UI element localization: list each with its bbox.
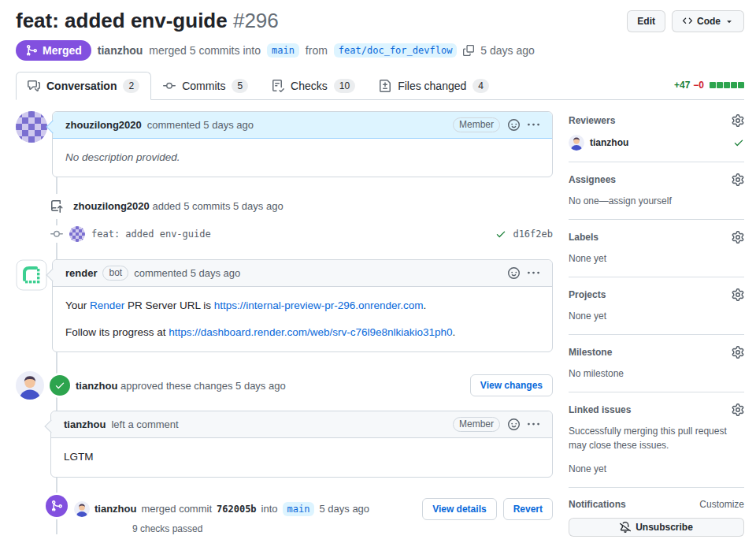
kebab-menu-icon[interactable] xyxy=(528,119,539,131)
comment-header: tianzhou left a comment Member xyxy=(51,411,552,438)
dashboard-url-link[interactable]: https://dashboard.render.com/web/srv-c76… xyxy=(169,326,452,338)
section-heading: Assignees xyxy=(569,174,616,185)
member-badge: Member xyxy=(453,417,500,432)
tab-label: Checks xyxy=(291,78,328,94)
chevron-down-icon xyxy=(724,17,734,26)
tab-commits[interactable]: Commits 5 xyxy=(151,72,260,100)
merged-event: tianzhou merged commit 762005b into main… xyxy=(16,495,553,534)
git-merge-icon xyxy=(46,495,68,517)
pr-number: #296 xyxy=(233,9,279,32)
section-heading: Projects xyxy=(569,289,606,300)
linked-issues-note: Successfully merging this pull request m… xyxy=(569,424,744,452)
pr-sidebar: Reviewers tianzhou Assignees No one—assi… xyxy=(569,111,744,543)
kebab-menu-icon[interactable] xyxy=(528,418,539,430)
checks-passed-icon[interactable] xyxy=(495,229,506,240)
avatar-tianzhou[interactable] xyxy=(16,371,44,400)
unsubscribe-label: Unsubscribe xyxy=(636,522,693,533)
view-details-button[interactable]: View details xyxy=(422,498,496,520)
bot-badge: bot xyxy=(102,266,128,281)
preview-url-link[interactable]: https://internal-preview-pr-296.onrender… xyxy=(214,299,424,311)
comment-author-link[interactable]: tianzhou xyxy=(64,418,106,430)
checklist-icon xyxy=(272,80,284,92)
section-heading: Linked issues xyxy=(569,404,631,415)
bot-paragraph-1: Your Render PR Server URL is https://int… xyxy=(65,298,539,314)
from-word: from xyxy=(306,44,328,57)
tab-label: Commits xyxy=(182,78,225,94)
merge-commit-sha-link[interactable]: 762005b xyxy=(217,504,257,515)
event-meta: added 5 commits 5 days ago xyxy=(152,200,283,212)
comment-meta: commented 5 days ago xyxy=(147,119,254,131)
comment-body: No description provided. xyxy=(53,139,552,177)
copy-branch-icon[interactable] xyxy=(463,45,474,56)
sidebar-section-projects: Projects None yet xyxy=(569,288,744,335)
diffstat-deletions: −0 xyxy=(693,80,704,91)
gear-icon[interactable] xyxy=(732,114,744,127)
avatar-render-bot[interactable] xyxy=(16,259,47,291)
avatar-zhouzilong2020[interactable] xyxy=(16,111,47,143)
comment-body: Your Render PR Server URL is https://int… xyxy=(53,287,552,352)
edit-button[interactable]: Edit xyxy=(627,10,665,32)
unsubscribe-button[interactable]: Unsubscribe xyxy=(569,518,744,537)
reviewer-name-link[interactable]: tianzhou xyxy=(590,137,628,148)
sidebar-section-labels: Labels None yet xyxy=(569,231,744,277)
tab-count: 4 xyxy=(472,79,489,93)
render-link[interactable]: Render xyxy=(90,299,124,311)
git-commit-icon xyxy=(50,228,63,240)
event-author-link[interactable]: zhouzilong2020 xyxy=(73,200,150,212)
commit-icon xyxy=(163,80,176,92)
merge-time: 5 days ago xyxy=(480,44,535,57)
section-heading: Labels xyxy=(569,232,598,243)
tab-label: Conversation xyxy=(46,78,117,94)
milestone-empty-text: No milestone xyxy=(569,366,744,381)
approved-check-icon xyxy=(50,375,70,396)
comment-header: zhouzilong2020 commented 5 days ago Memb… xyxy=(53,112,552,139)
event-author-link[interactable]: tianzhou xyxy=(94,503,136,515)
head-branch-pill[interactable]: feat/doc_for_devflow xyxy=(334,43,458,58)
pr-meta: Merged tianzhou merged 5 commits into ma… xyxy=(16,40,744,61)
tab-count: 5 xyxy=(232,79,248,93)
avatar-zhouzilong2020[interactable] xyxy=(69,226,85,242)
base-branch-pill[interactable]: main xyxy=(283,502,315,516)
avatar-tianzhou[interactable] xyxy=(569,135,584,151)
view-changes-button[interactable]: View changes xyxy=(470,374,553,396)
merge-author-link[interactable]: tianzhou xyxy=(98,44,143,57)
code-button[interactable]: Code xyxy=(672,10,744,32)
kebab-menu-icon[interactable] xyxy=(528,267,539,279)
base-branch-pill[interactable]: main xyxy=(267,43,299,58)
comment-author-link[interactable]: render xyxy=(65,267,97,279)
diffstat[interactable]: +47 −0 xyxy=(674,80,744,91)
pr-header: feat: added env-guide #296 Edit Code xyxy=(16,8,744,34)
tab-checks[interactable]: Checks 10 xyxy=(260,72,367,100)
sidebar-section-assignees: Assignees No one—assign yourself xyxy=(569,173,744,220)
commit-sha-link[interactable]: d16f2eb xyxy=(513,229,553,240)
gear-icon[interactable] xyxy=(732,173,744,186)
reaction-smiley-icon[interactable] xyxy=(508,418,520,430)
assignees-empty-text[interactable]: No one—assign yourself xyxy=(569,194,744,208)
sidebar-section-milestone: Milestone No milestone xyxy=(569,346,744,392)
event-author-link[interactable]: tianzhou xyxy=(76,380,117,392)
pr-page: feat: added env-guide #296 Edit Code Mer… xyxy=(0,0,756,543)
tab-conversation[interactable]: Conversation 2 xyxy=(16,72,151,100)
section-heading: Milestone xyxy=(569,347,612,358)
comment-author-link[interactable]: zhouzilong2020 xyxy=(65,119,142,131)
reaction-smiley-icon[interactable] xyxy=(508,267,520,279)
gear-icon[interactable] xyxy=(732,231,744,244)
render-bot-comment: render bot commented 5 days ago Your Ren… xyxy=(16,259,553,353)
reaction-smiley-icon[interactable] xyxy=(508,119,520,131)
event-meta: approved these changes 5 days ago xyxy=(120,380,286,392)
gear-icon[interactable] xyxy=(732,346,744,359)
avatar-tianzhou[interactable] xyxy=(74,501,90,517)
tab-count: 10 xyxy=(334,79,355,93)
checks-passed-note[interactable]: 9 checks passed xyxy=(132,523,553,534)
comment-body: LGTM xyxy=(51,438,552,476)
tab-files-changed[interactable]: Files changed 4 xyxy=(367,72,501,100)
commit-message-link[interactable]: feat: added env-guide xyxy=(91,229,211,240)
pr-description-comment: zhouzilong2020 commented 5 days ago Memb… xyxy=(16,111,553,177)
projects-empty-text: None yet xyxy=(569,309,744,323)
revert-button[interactable]: Revert xyxy=(503,498,553,520)
gear-icon[interactable] xyxy=(732,404,744,416)
gear-icon[interactable] xyxy=(732,288,744,301)
section-heading: Reviewers xyxy=(569,115,615,126)
comment-header: render bot commented 5 days ago xyxy=(53,260,552,287)
customize-link[interactable]: Customize xyxy=(699,499,744,510)
